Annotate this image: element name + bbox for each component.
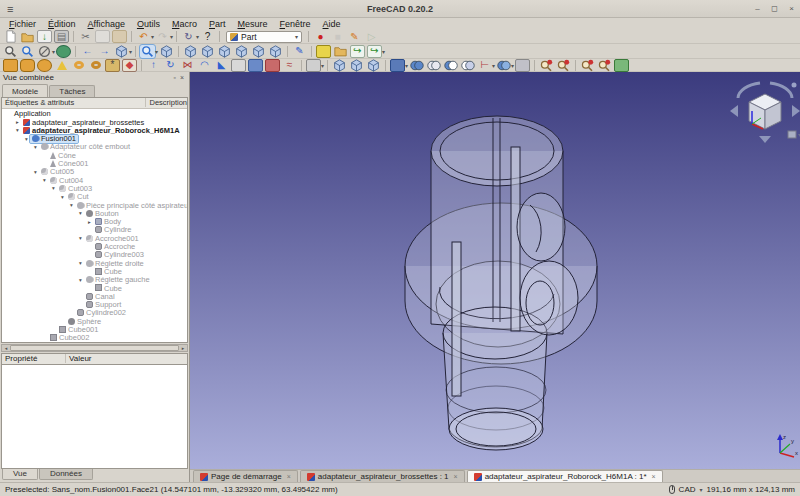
sweep-icon[interactable]: ≈ — [282, 59, 297, 72]
tree-item[interactable]: ▾adaptateur_aspirateur_Roborock_H6M1A — [2, 126, 187, 134]
menu-fichier[interactable]: Fichier — [3, 19, 42, 29]
tree-item[interactable]: ▾Cut005 — [2, 168, 187, 176]
refresh-icon[interactable]: ↻ — [181, 30, 196, 43]
tree-item[interactable]: ▾Adaptateur côté embout — [2, 143, 187, 151]
document-tab[interactable]: adaptateur_aspirateur_brossettes : 1 × — [300, 470, 465, 482]
measure-icon[interactable]: ✎ — [292, 45, 307, 58]
scrollbar-thumb[interactable] — [10, 345, 179, 351]
create-part-icon[interactable] — [316, 45, 331, 58]
save-icon[interactable]: ↓ — [37, 30, 52, 43]
tree-item[interactable]: Accroche — [2, 242, 187, 250]
refresh-caret-icon[interactable]: ▾ — [196, 33, 199, 40]
tree-item[interactable]: ▸Body — [2, 217, 187, 225]
workbench-caret-icon[interactable]: ▾ — [295, 33, 298, 40]
refine-shape-icon[interactable] — [556, 59, 571, 72]
loft-icon[interactable] — [265, 59, 280, 72]
make-link-icon[interactable]: ↪ — [350, 45, 365, 58]
macro-stop-icon[interactable]: ■ — [330, 30, 345, 43]
model-tree[interactable]: Application▸adaptateur_aspirateur_brosse… — [2, 109, 187, 342]
tree-item[interactable]: ▾Réglette gauche — [2, 276, 187, 284]
tree-item[interactable]: Cube002 — [2, 334, 187, 342]
linked-view-caret-icon[interactable]: ▾ — [129, 48, 132, 55]
zoom-in-icon[interactable] — [140, 45, 155, 58]
view-rear-icon[interactable] — [234, 45, 249, 58]
offset-icon[interactable] — [306, 59, 321, 72]
tree-horizontal-scrollbar[interactable]: ◂ ▸ — [1, 344, 188, 352]
tab-close-icon[interactable]: × — [454, 473, 458, 480]
tab-donnees[interactable]: Données — [39, 469, 93, 480]
tab-vue[interactable]: Vue — [2, 469, 38, 480]
paste-icon[interactable] — [112, 30, 127, 43]
menu-aide[interactable]: Aide — [317, 19, 347, 29]
offset-caret-icon[interactable]: ▾ — [321, 62, 324, 69]
tab-close-icon[interactable]: × — [287, 473, 291, 480]
primitives-icon[interactable]: * — [105, 59, 120, 72]
menu-outils[interactable]: Outils — [131, 19, 166, 29]
expander-icon[interactable]: ▾ — [32, 169, 39, 175]
view-right-icon[interactable] — [217, 45, 232, 58]
redo-icon[interactable]: ↷ — [155, 30, 170, 43]
tree-item[interactable]: ▾Cut003 — [2, 184, 187, 192]
boolean-icon[interactable] — [390, 59, 405, 72]
panel-close-icon[interactable]: × — [178, 74, 186, 81]
attachment-icon[interactable] — [614, 59, 629, 72]
boolean-caret-icon[interactable]: ▾ — [405, 62, 408, 69]
cone-icon[interactable] — [54, 59, 69, 72]
compound-explode-icon[interactable] — [349, 59, 364, 72]
tree-item[interactable]: ▾Bouton — [2, 209, 187, 217]
expander-icon[interactable]: ▾ — [41, 177, 48, 183]
view-top-icon[interactable] — [200, 45, 215, 58]
expander-icon[interactable]: ▸ — [14, 119, 21, 125]
sphere-icon[interactable] — [37, 59, 52, 72]
expander-icon[interactable]: ▾ — [77, 260, 84, 266]
tab-modele[interactable]: Modèle — [2, 84, 48, 97]
compound-icon[interactable] — [332, 59, 347, 72]
expander-icon[interactable]: ▾ — [77, 277, 84, 283]
expander-icon[interactable]: ▾ — [32, 144, 39, 150]
document-tab[interactable]: Page de démarrage × — [193, 470, 298, 482]
fit-selection-icon[interactable] — [20, 45, 35, 58]
draw-style-icon[interactable] — [37, 45, 52, 58]
fit-all-icon[interactable] — [3, 45, 18, 58]
expander-icon[interactable]: ▾ — [23, 136, 30, 142]
make-face-icon[interactable] — [231, 59, 246, 72]
expander-icon[interactable]: ▾ — [77, 235, 84, 241]
menu-macro[interactable]: Macro — [166, 19, 203, 29]
menu-affichage[interactable]: Affichage — [82, 19, 131, 29]
tree-item[interactable]: ▾Réglette droite — [2, 259, 187, 267]
expander-icon[interactable]: ▾ — [50, 185, 57, 191]
undo-icon[interactable]: ↶ — [136, 30, 151, 43]
stereo-view-icon[interactable] — [56, 45, 71, 58]
split-caret-icon[interactable]: ▾ — [511, 62, 514, 69]
compound-filter-icon[interactable] — [366, 59, 381, 72]
tree-item[interactable]: ▾Cut004 — [2, 176, 187, 184]
create-group-icon[interactable] — [333, 45, 348, 58]
3d-viewport[interactable]: z y x — [190, 72, 800, 469]
section-boolean-icon[interactable] — [460, 59, 475, 72]
expander-icon[interactable]: ▾ — [59, 194, 66, 200]
torus-icon[interactable] — [71, 59, 86, 72]
macro-record-icon[interactable]: ● — [313, 30, 328, 43]
extrude-icon[interactable]: ↑ — [146, 59, 161, 72]
menu-fenetre[interactable]: Fenêtre — [274, 19, 317, 29]
new-file-icon[interactable] — [3, 30, 18, 43]
union-icon[interactable] — [409, 59, 424, 72]
workbench-selector[interactable]: Part ▾ — [226, 31, 302, 43]
print-icon[interactable]: ▤ — [54, 30, 69, 43]
cylinder-icon[interactable] — [20, 59, 35, 72]
navigation-style[interactable]: CAD — [679, 485, 696, 494]
cut-boolean-icon[interactable] — [443, 59, 458, 72]
menu-part[interactable]: Part — [203, 19, 232, 29]
tree-item[interactable]: Cône — [2, 151, 187, 159]
check-geometry-icon[interactable] — [539, 59, 554, 72]
nav-style-caret-icon[interactable]: ▾ — [700, 486, 703, 493]
mirror-icon[interactable]: ⋈ — [180, 59, 195, 72]
linked-view-icon[interactable] — [114, 45, 129, 58]
defeaturing-icon[interactable] — [515, 59, 530, 72]
view-left-icon[interactable] — [268, 45, 283, 58]
minimize-button[interactable]: – — [749, 4, 766, 13]
tab-close-icon[interactable]: × — [652, 473, 656, 480]
scroll-left-icon[interactable]: ◂ — [2, 345, 10, 351]
fillet-icon[interactable]: ◠ — [197, 59, 212, 72]
nav-back-icon[interactable]: ← — [80, 45, 95, 58]
